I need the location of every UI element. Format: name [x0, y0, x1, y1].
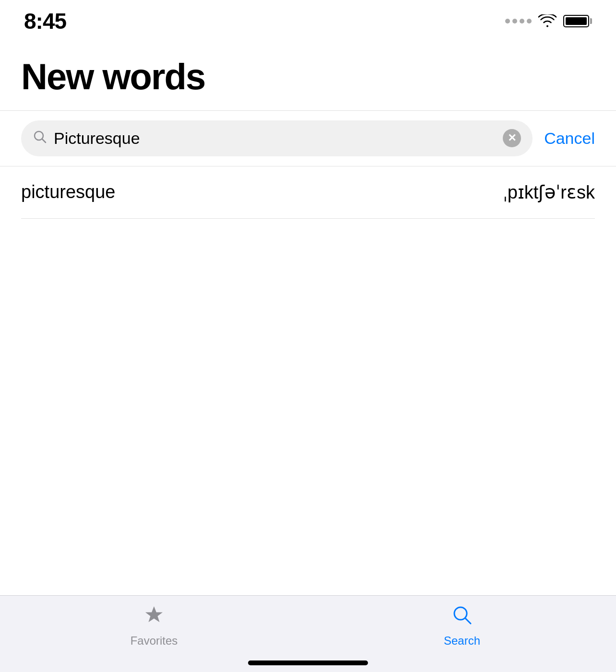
star-icon [143, 604, 165, 630]
page-title-section: New words [0, 38, 616, 110]
result-word: picturesque [21, 182, 115, 202]
search-tab-icon [451, 604, 473, 630]
cancel-button[interactable]: Cancel [544, 129, 595, 148]
tab-favorites[interactable]: Favorites [0, 604, 308, 648]
svg-marker-2 [145, 606, 163, 622]
status-icons [505, 14, 592, 28]
tab-favorites-label: Favorites [130, 634, 178, 648]
svg-line-4 [465, 618, 471, 624]
svg-line-1 [42, 139, 46, 142]
status-bar: 8:45 [0, 0, 616, 38]
clear-icon: ✕ [508, 133, 516, 143]
table-row[interactable]: picturesque ˌpɪktʃəˈrɛsk [21, 166, 595, 219]
search-input[interactable]: Picturesque [54, 129, 496, 148]
battery-icon [563, 15, 592, 27]
results-list: picturesque ˌpɪktʃəˈrɛsk [0, 166, 616, 219]
tab-search-label: Search [444, 634, 480, 648]
signal-icon [505, 19, 532, 24]
result-pronunciation: ˌpɪktʃəˈrɛsk [503, 182, 595, 203]
content-area: New words Picturesque ✕ Cancel picturesq… [0, 38, 616, 595]
home-indicator [248, 660, 368, 665]
page-title: New words [21, 58, 595, 96]
wifi-icon [538, 14, 557, 28]
search-input-wrapper[interactable]: Picturesque ✕ [21, 120, 533, 156]
search-icon [33, 130, 47, 147]
clear-button[interactable]: ✕ [503, 129, 521, 147]
search-bar-container: Picturesque ✕ Cancel [0, 111, 616, 166]
tab-search[interactable]: Search [308, 604, 616, 648]
status-time: 8:45 [24, 8, 66, 34]
